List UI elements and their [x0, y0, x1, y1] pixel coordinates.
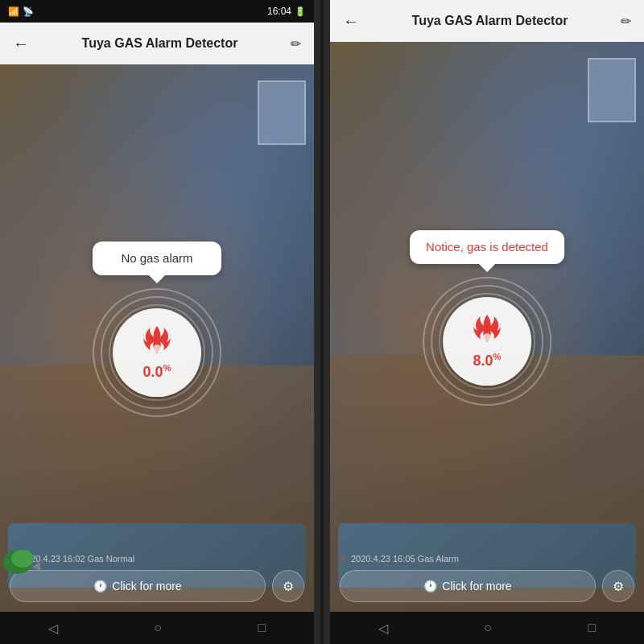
svg-point-5	[483, 333, 491, 341]
svg-point-0	[153, 345, 161, 353]
status-right: 16:04 🔋	[267, 6, 306, 17]
ripple-container-2[interactable]: 8.0%	[423, 277, 551, 406]
nav-recent-2[interactable]: □	[588, 621, 597, 635]
status-dot-2	[340, 555, 346, 562]
status-bar-1: 📶 📡 16:04 🔋	[0, 0, 314, 23]
clock-icon-1: 🕐	[93, 580, 107, 592]
phone-2: ← Tuya GAS Alarm Detector ✏ Notice, gas …	[330, 0, 644, 644]
sensor-value-1: 0.0%	[143, 363, 171, 381]
nav-back-1[interactable]: ◁	[48, 621, 58, 636]
phone-bottom-1: 2020.4.23 16:02 Gas Normal 🕐 Click for m…	[0, 547, 314, 612]
status-time: 16:04	[267, 6, 291, 17]
phone-1: 📶 📡 16:04 🔋 ← Tuya GAS Alarm Detector ✏	[0, 0, 314, 644]
notification-text-2: Notice, gas is detected	[426, 240, 548, 254]
click-more-text-1: Click for more	[112, 580, 181, 592]
notification-bubble-1: No gas alarm	[93, 242, 221, 275]
room-window-2	[588, 58, 636, 122]
nav-home-2[interactable]: ○	[484, 621, 492, 635]
gear-icon-2: ⚙	[613, 579, 624, 594]
watermark-logo	[0, 544, 40, 580]
click-more-button-2[interactable]: 🕐 Click for more	[340, 570, 596, 602]
edit-button-1[interactable]: ✏	[291, 36, 301, 52]
app-header-2: ← Tuya GAS Alarm Detector ✏	[330, 0, 644, 42]
bottom-buttons-1: 🕐 Click for more ⚙	[10, 570, 304, 602]
status-log-text-2: 2020.4.23 16:05 Gas Alarm	[351, 554, 459, 564]
sensor-value-2: 8.0%	[473, 352, 502, 369]
settings-button-2[interactable]: ⚙	[602, 570, 634, 602]
svg-marker-4	[32, 562, 40, 572]
edit-button-2[interactable]: ✏	[621, 14, 631, 29]
sensor-area-2: Notice, gas is detected	[410, 230, 564, 406]
nav-bar-1: ◁ ○ □	[0, 612, 314, 644]
back-button-1[interactable]: ←	[13, 35, 29, 53]
phone-background-1: No gas alarm 0.0%	[0, 64, 314, 612]
notification-bubble-2: Notice, gas is detected	[410, 230, 564, 264]
app-header-1: ← Tuya GAS Alarm Detector ✏	[0, 23, 314, 64]
app-title-2: Tuya GAS Alarm Detector	[412, 14, 568, 28]
click-more-text-2: Click for more	[442, 580, 511, 592]
phone-divider	[320, 0, 324, 644]
wifi-icon: 📡	[23, 6, 34, 17]
notification-text-1: No gas alarm	[121, 251, 192, 265]
nav-bar-2: ◁ ○ □	[330, 612, 644, 644]
click-more-button-1[interactable]: 🕐 Click for more	[10, 570, 266, 602]
phone-background-2: Notice, gas is detected	[330, 42, 644, 612]
nav-recent-1[interactable]: □	[258, 621, 266, 635]
status-log-1: 2020.4.23 16:02 Gas Normal	[10, 554, 304, 564]
battery-icon: 🔋	[295, 6, 306, 17]
sensor-circle-2[interactable]: 8.0%	[443, 297, 531, 386]
phone-bottom-2: 2020.4.23 16:05 Gas Alarm 🕐 Click for mo…	[330, 547, 644, 612]
back-button-2[interactable]: ←	[343, 12, 359, 31]
svg-point-2	[11, 550, 34, 568]
status-log-2: 2020.4.23 16:05 Gas Alarm	[340, 554, 634, 564]
ripple-container-1[interactable]: 0.0%	[93, 288, 221, 417]
status-icons: 📶 📡	[8, 6, 34, 17]
nav-home-1[interactable]: ○	[154, 621, 162, 635]
nav-back-2[interactable]: ◁	[378, 621, 388, 636]
signal-icon: 📶	[8, 6, 19, 17]
clock-icon-2: 🕐	[423, 580, 437, 592]
app-title-1: Tuya GAS Alarm Detector	[82, 36, 238, 51]
sensor-area-1: No gas alarm 0.0%	[93, 242, 221, 417]
sensor-circle-1[interactable]: 0.0%	[113, 308, 201, 397]
gear-icon-1: ⚙	[283, 579, 294, 594]
bottom-buttons-2: 🕐 Click for more ⚙	[340, 570, 634, 602]
flame-icon-1	[142, 324, 171, 361]
settings-button-1[interactable]: ⚙	[272, 570, 304, 602]
flame-icon-2	[473, 313, 502, 350]
room-window-1	[258, 80, 306, 145]
